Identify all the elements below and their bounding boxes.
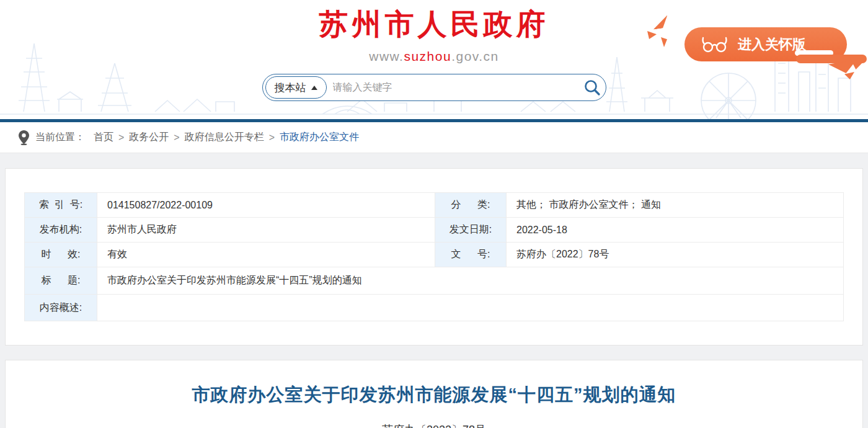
index-number-value: 014150827/2022-00109: [97, 193, 435, 218]
document-metadata-card: 索 引 号: 014150827/2022-00109 分 类: 其他； 市政府…: [5, 168, 863, 346]
content-summary-label: 内容概述:: [25, 295, 97, 321]
document-number-label: 文 号:: [435, 243, 507, 267]
site-search-bar: 搜本站: [262, 74, 606, 101]
care-version-widget: 进入关怀版: [684, 27, 868, 77]
issuing-agency-value: 苏州市人民政府: [97, 218, 435, 243]
issuing-agency-label: 发布机构:: [25, 218, 97, 243]
search-icon: [583, 79, 601, 96]
breadcrumb-item-office-documents[interactable]: 市政府办公室文件: [280, 131, 359, 144]
site-url-domain: suzhou: [404, 49, 451, 63]
table-row: 内容概述:: [25, 295, 844, 321]
glasses-icon: [701, 36, 729, 53]
table-row: 索 引 号: 014150827/2022-00109 分 类: 其他； 市政府…: [25, 193, 844, 218]
title-label: 标 题:: [25, 267, 97, 295]
document-number: 苏府办〔2022〕78号: [6, 422, 862, 428]
document-title: 市政府办公室关于印发苏州市能源发展“十四五”规划的通知: [6, 383, 862, 408]
breadcrumb-item-disclosure-column[interactable]: 政府信息公开专栏: [185, 131, 264, 144]
category-label: 分 类:: [435, 193, 507, 218]
validity-label: 时 效:: [25, 243, 97, 267]
breadcrumb-separator: >: [174, 132, 179, 143]
site-url-prefix: www.: [369, 49, 404, 63]
location-pin-icon: [19, 130, 29, 145]
search-input[interactable]: [327, 82, 583, 93]
category-value: 其他； 市政府办公室文件； 通知: [507, 193, 844, 218]
document-number-value: 苏府办〔2022〕78号: [507, 243, 844, 267]
site-url-suffix: .gov.cn: [451, 49, 499, 63]
issue-date-value: 2022-05-18: [507, 218, 844, 243]
breadcrumb-separator: >: [269, 132, 275, 143]
search-button[interactable]: [583, 79, 601, 96]
site-header: 苏州市人民政府 www.suzhou.gov.cn 搜本站 进: [0, 0, 868, 122]
table-row: 发布机构: 苏州市人民政府 发文日期: 2022-05-18: [25, 218, 844, 243]
title-value: 市政府办公室关于印发苏州市能源发展“十四五”规划的通知: [97, 267, 844, 295]
validity-value: 有效: [97, 243, 435, 267]
breadcrumb-item-home[interactable]: 首页: [94, 131, 113, 144]
metadata-table: 索 引 号: 014150827/2022-00109 分 类: 其他； 市政府…: [24, 192, 844, 321]
breadcrumb-prefix: 当前位置：: [35, 131, 85, 144]
breadcrumb-item-govinfo[interactable]: 政务公开: [129, 131, 169, 144]
breadcrumb: 当前位置： 首页 > 政务公开 > 政府信息公开专栏 > 市政府办公室文件: [0, 122, 868, 153]
table-row: 时 效: 有效 文 号: 苏府办〔2022〕78号: [25, 243, 844, 267]
document-body-card: 市政府办公室关于印发苏州市能源发展“十四五”规划的通知 苏府办〔2022〕78号: [5, 360, 863, 428]
table-row: 标 题: 市政府办公室关于印发苏州市能源发展“十四五”规划的通知: [25, 267, 844, 295]
index-number-label: 索 引 号:: [25, 193, 97, 218]
search-scope-label: 搜本站: [275, 81, 306, 95]
search-scope-select[interactable]: 搜本站: [265, 76, 327, 99]
chevron-up-icon: [311, 86, 317, 90]
content-summary-value: [97, 295, 844, 321]
issue-date-label: 发文日期:: [435, 218, 507, 243]
breadcrumb-separator: >: [118, 132, 124, 143]
